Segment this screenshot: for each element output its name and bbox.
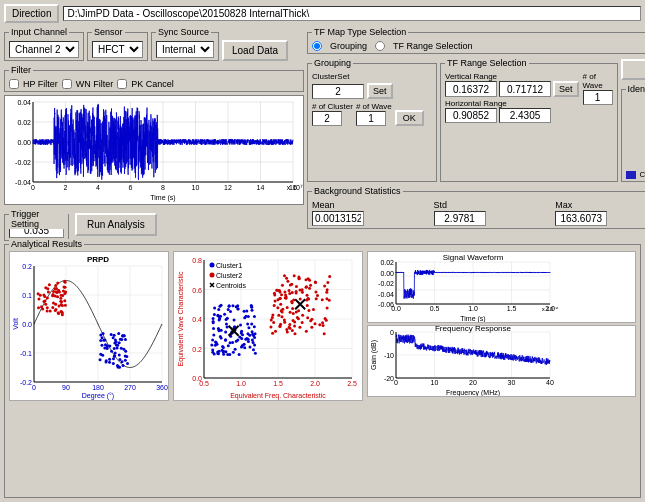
hp-filter-checkbox[interactable]: [9, 79, 19, 89]
horiz-range-1[interactable]: [445, 108, 497, 123]
scatter-canvas: [174, 252, 362, 400]
corona-legend-label: Corona: [640, 170, 645, 179]
grouping-radio-label: Grouping: [330, 41, 367, 51]
vertical-range-label: Vertical Range: [445, 72, 579, 81]
filter-label: Filter: [9, 65, 33, 75]
filepath-display: D:\JimPD Data - Oscilloscope\20150828 In…: [63, 6, 641, 21]
num-wave-right: # of Wave: [583, 72, 613, 105]
ok-button[interactable]: OK: [395, 110, 424, 126]
trigger-row: Trigger Setting Run Analysis: [4, 208, 304, 241]
sync-source-label: Sync Source: [156, 27, 211, 37]
input-channel-label: Input Channel: [9, 27, 69, 37]
id-and-stats: Run Result Identification Result Corona …: [621, 57, 645, 182]
vertical-range-row: Set: [445, 81, 579, 97]
tf-map-type-label: TF Map Type Selection: [312, 27, 408, 37]
bg-stats-group: Background Statistics Mean Std Max P2P: [307, 191, 645, 229]
cluster-set-input[interactable]: [312, 84, 364, 99]
top-bar: Direction D:\JimPD Data - Oscilloscope\2…: [4, 4, 641, 23]
tf-range-label: TF Range Selection: [445, 58, 529, 68]
run-analysis-button[interactable]: Run Analysis: [75, 213, 157, 236]
cluster-set-btn[interactable]: Set: [367, 83, 393, 99]
wn-filter-checkbox[interactable]: [62, 79, 72, 89]
grouping-group: Grouping ClusterSet Set # of Cluster: [307, 63, 437, 182]
vert-range-2[interactable]: [499, 81, 551, 97]
direction-button[interactable]: Direction: [4, 4, 59, 23]
pie-legend: Corona Surface Internal Noise: [626, 170, 645, 179]
tf-range-set-btn[interactable]: Set: [553, 81, 579, 97]
sync-source-select[interactable]: Internal: [156, 41, 214, 58]
tf-top: TF Map Type Selection Grouping TF Range …: [307, 26, 645, 54]
num-cluster-input[interactable]: [312, 111, 342, 126]
grouping-radio[interactable]: [312, 41, 322, 51]
pk-cancel-label: PK Cancel: [131, 79, 174, 89]
tf-radio-row: Grouping TF Range Selection: [312, 41, 645, 51]
sensor-label: Sensor: [92, 27, 125, 37]
sync-source-group: Sync Source Internal: [151, 32, 219, 61]
freq-response-chart: [367, 325, 636, 397]
num-cluster-label: # of Cluster: [312, 102, 353, 111]
left-panel: Input Channel Channel 2 Sensor HFCT Sync…: [4, 26, 304, 241]
corona-legend-color: [626, 171, 636, 179]
grouping-label: Grouping: [312, 58, 353, 68]
std-label: Std: [434, 200, 552, 210]
waveform-canvas: [5, 96, 303, 204]
tf-range-radio-label: TF Range Selection: [393, 41, 473, 51]
num-wave-input[interactable]: [356, 111, 386, 126]
trigger-setting-group: Trigger Setting: [4, 214, 69, 241]
vert-range-1[interactable]: [445, 81, 497, 97]
num-wave-label: # of Wave: [356, 102, 392, 111]
signal-canvas: [368, 252, 558, 322]
id-result-group: Identification Result Corona Surface Int…: [621, 89, 645, 182]
mean-label: Mean: [312, 200, 430, 210]
max-value[interactable]: [555, 211, 607, 226]
id-result-label: Identification Result: [626, 84, 645, 94]
sensor-select[interactable]: HFCT: [92, 41, 143, 58]
horizontal-range-row: [445, 108, 579, 123]
cluster-set-label: ClusterSet: [312, 72, 349, 81]
filter-group: Filter HP Filter WN Filter PK Cancel: [4, 70, 304, 92]
tf-middle: Grouping ClusterSet Set # of Cluster: [307, 57, 645, 182]
num-cluster-col: # of Cluster: [312, 102, 353, 126]
input-channel-select[interactable]: Channel 2: [9, 41, 79, 58]
num-wave-right-label: # of Wave: [583, 72, 613, 90]
right-charts: [367, 251, 636, 495]
pk-cancel-checkbox[interactable]: [117, 79, 127, 89]
right-panel: TF Map Type Selection Grouping TF Range …: [307, 26, 645, 241]
prpd-canvas: [10, 252, 168, 400]
scatter-chart: [173, 251, 363, 401]
prpd-chart: [9, 251, 169, 401]
tf-map-type-group: TF Map Type Selection Grouping TF Range …: [307, 32, 645, 54]
channel-row: Input Channel Channel 2 Sensor HFCT Sync…: [4, 26, 304, 61]
run-result-button[interactable]: Run Result: [621, 59, 645, 80]
analytical-results: Analytical Results: [4, 244, 641, 498]
wn-filter-label: WN Filter: [76, 79, 114, 89]
cluster-set-input-row: Set: [312, 83, 432, 99]
horiz-range-2[interactable]: [499, 108, 551, 123]
analytical-results-label: Analytical Results: [9, 239, 84, 249]
middle-section: Input Channel Channel 2 Sensor HFCT Sync…: [4, 26, 641, 241]
load-data-button[interactable]: Load Data: [222, 40, 288, 61]
num-wave-right-input[interactable]: [583, 90, 613, 105]
stats-grid: Mean Std Max P2P: [312, 200, 645, 226]
pie-container: Corona Surface Internal Noise: [626, 98, 645, 179]
tf-range-inputs: Vertical Range Set Horizontal Range: [445, 72, 579, 123]
signal-waveform-chart: [367, 251, 636, 323]
filter-row: HP Filter WN Filter PK Cancel: [9, 79, 299, 89]
num-cluster-row: # of Cluster # of Wave OK: [312, 102, 432, 126]
tf-range-inner: Vertical Range Set Horizontal Range: [445, 72, 613, 123]
horizontal-range-label: Horizontal Range: [445, 99, 579, 108]
trigger-setting-label: Trigger Setting: [9, 209, 68, 229]
input-channel-group: Input Channel Channel 2: [4, 32, 84, 61]
num-wave-col: # of Wave: [356, 102, 392, 126]
cluster-set-row: ClusterSet: [312, 72, 432, 81]
freq-canvas: [368, 326, 558, 396]
hp-filter-label: HP Filter: [23, 79, 58, 89]
mean-value[interactable]: [312, 211, 364, 226]
waveform-display: [4, 95, 304, 205]
tf-range-radio[interactable]: [375, 41, 385, 51]
std-value[interactable]: [434, 211, 486, 226]
sensor-group: Sensor HFCT: [87, 32, 148, 61]
bg-stats-label: Background Statistics: [312, 186, 403, 196]
max-label: Max: [555, 200, 645, 210]
tf-range-group: TF Range Selection Vertical Range Set Ho…: [440, 63, 618, 182]
